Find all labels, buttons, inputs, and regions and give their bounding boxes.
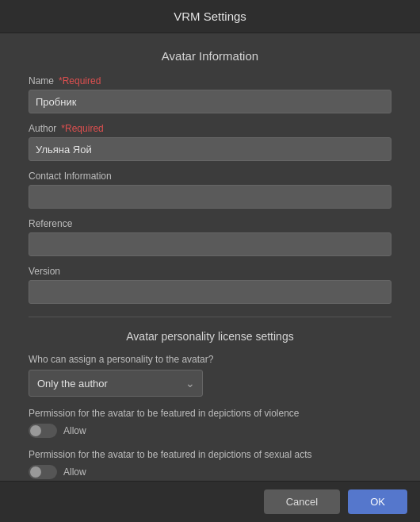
name-field-group: Name *Required (29, 75, 391, 113)
violence-label: Permission for the avatar to be featured… (29, 408, 391, 419)
author-field-group: Author *Required (29, 123, 391, 161)
name-label: Name *Required (29, 75, 391, 86)
sexual-toggle-row: Allow (29, 465, 391, 479)
version-field-group: Version (29, 266, 391, 304)
violence-toggle-knob (30, 425, 41, 436)
author-label: Author *Required (29, 123, 391, 134)
version-label: Version (29, 266, 391, 277)
contact-input[interactable] (29, 185, 391, 209)
contact-field-group: Contact Information (29, 171, 391, 209)
license-section-title: Avatar personality license settings (29, 330, 391, 343)
cancel-button[interactable]: Cancel (264, 489, 340, 514)
who-dropdown[interactable]: Only the author Everyone No one (29, 370, 203, 397)
ok-button[interactable]: OK (348, 489, 407, 514)
section-divider (29, 317, 391, 317)
name-input[interactable] (29, 90, 391, 113)
sexual-toggle-knob (30, 466, 41, 478)
name-required: *Required (59, 75, 101, 86)
dialog-title: VRM Settings (0, 0, 420, 33)
who-dropdown-wrapper: Only the author Everyone No one ⌄ (29, 370, 203, 397)
dialog-footer: Cancel OK (0, 481, 420, 522)
reference-input[interactable] (29, 232, 391, 256)
scrollable-content: Avatar Information Name *Required Author… (0, 33, 420, 481)
sexual-toggle-label: Allow (63, 466, 86, 478)
sexual-toggle[interactable] (29, 465, 57, 479)
who-label: Who can assign a personality to the avat… (29, 354, 391, 365)
sexual-permission: Permission for the avatar to be featured… (29, 449, 391, 479)
violence-toggle-row: Allow (29, 424, 391, 438)
contact-label: Contact Information (29, 171, 391, 182)
violence-toggle-label: Allow (63, 425, 86, 436)
sexual-label: Permission for the avatar to be featured… (29, 449, 391, 460)
reference-field-group: Reference (29, 218, 391, 256)
author-input[interactable] (29, 137, 391, 161)
avatar-info-section-title: Avatar Information (29, 49, 391, 63)
violence-permission: Permission for the avatar to be featured… (29, 408, 391, 438)
violence-toggle[interactable] (29, 424, 57, 438)
author-required: *Required (61, 123, 103, 134)
vrm-settings-dialog: VRM Settings Avatar Information Name *Re… (0, 0, 420, 522)
version-input[interactable] (29, 280, 391, 304)
reference-label: Reference (29, 218, 391, 229)
